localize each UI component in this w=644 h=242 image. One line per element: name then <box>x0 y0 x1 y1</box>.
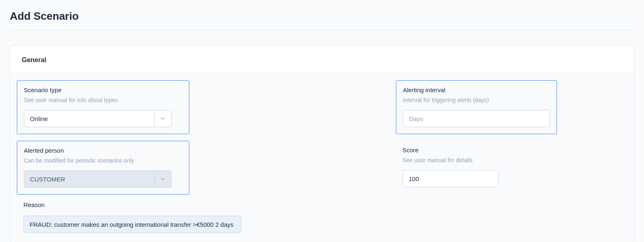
card-body: Scenario type See user manual for info a… <box>10 72 634 242</box>
scenario-type-value: Online <box>30 115 48 122</box>
score-group: Score See user manual for details <box>396 141 557 195</box>
chevron-down-icon <box>154 171 166 187</box>
scenario-type-hint: See user manual for info about types <box>24 97 182 103</box>
score-hint: See user manual for details <box>402 157 550 163</box>
alerting-interval-input[interactable] <box>403 110 550 127</box>
scenario-type-select[interactable]: Online <box>24 110 172 127</box>
general-card: General Scenario type See user manual fo… <box>10 45 634 242</box>
alerted-person-value: CUSTOMER <box>30 176 65 183</box>
chevron-down-icon <box>154 110 166 127</box>
reason-input[interactable] <box>23 216 242 233</box>
score-label: Score <box>402 147 550 154</box>
alerted-person-group: Alerted person Can be modified for perio… <box>17 141 189 195</box>
reason-label: Reason <box>23 201 242 208</box>
form-grid: Scenario type See user manual for info a… <box>17 80 627 233</box>
scenario-type-label: Scenario type <box>24 86 182 93</box>
page-title: Add Scenario <box>0 0 644 30</box>
section-header: General <box>10 46 634 72</box>
divider <box>10 30 634 30</box>
alerting-interval-group: Alerting interval Interval for triggerin… <box>396 80 557 134</box>
reason-group: Reason <box>17 201 248 233</box>
alerted-person-select: CUSTOMER <box>24 170 172 188</box>
score-input[interactable] <box>402 170 499 187</box>
scenario-type-group: Scenario type See user manual for info a… <box>17 80 189 134</box>
alerted-person-hint: Can be modified for periodic scenarios o… <box>24 157 182 164</box>
alerted-person-label: Alerted person <box>24 147 182 154</box>
alerting-interval-label: Alerting interval <box>403 86 550 93</box>
alerting-interval-hint: Interval for triggering alerts (days) <box>403 97 550 103</box>
